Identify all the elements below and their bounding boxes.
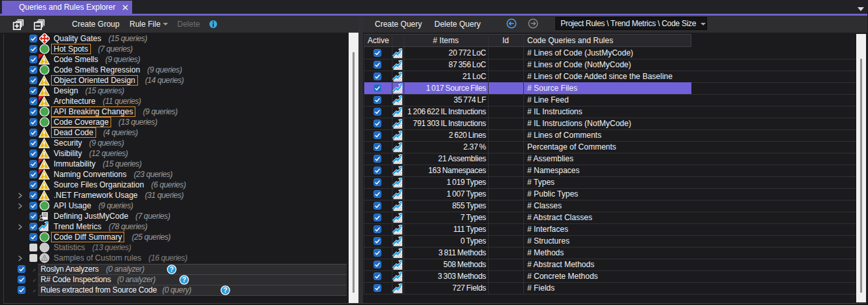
- svg-text:?: ?: [169, 265, 173, 273]
- svg-text:?: ?: [223, 286, 227, 294]
- svg-text:?: ?: [182, 276, 186, 283]
